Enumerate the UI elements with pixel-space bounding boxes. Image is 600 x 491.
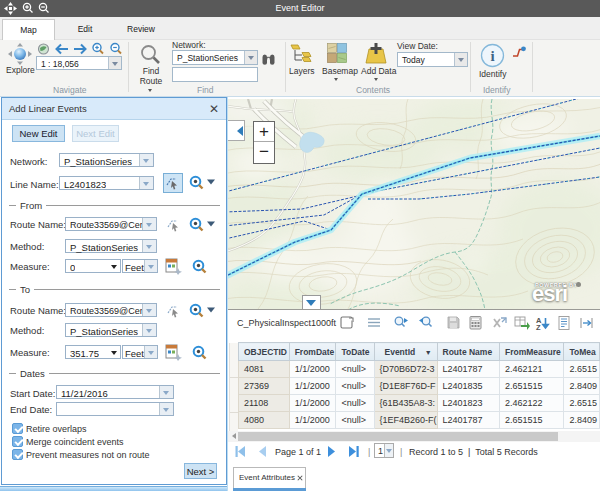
svg-text:Z: Z: [536, 323, 541, 332]
svg-text:i: i: [490, 48, 494, 64]
